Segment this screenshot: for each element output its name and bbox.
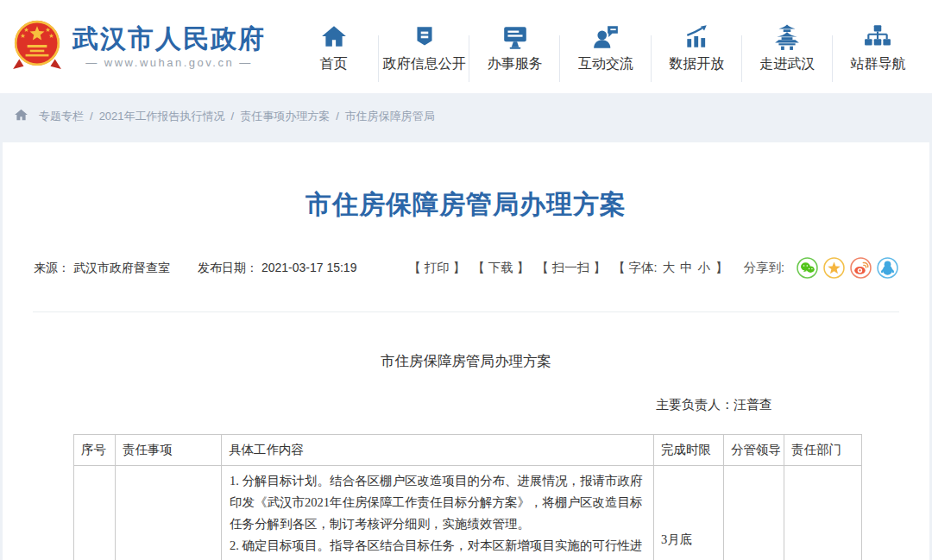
interaction-icon bbox=[560, 23, 651, 51]
responsible-person-name: 汪普查 bbox=[734, 398, 772, 412]
nav-item-services[interactable]: 办事服务 bbox=[469, 20, 560, 73]
wuhan-tower-icon bbox=[742, 23, 833, 51]
meta-divider bbox=[33, 311, 899, 312]
main-nav: 首页 政府信息公开 办事服务 互动交流 数据开放 bbox=[288, 0, 923, 93]
qzone-share-icon[interactable] bbox=[823, 257, 845, 279]
font-size-medium-button[interactable]: 中 bbox=[680, 260, 693, 276]
nav-item-data-open[interactable]: 数据开放 bbox=[652, 20, 742, 73]
weibo-share-icon[interactable] bbox=[850, 257, 872, 279]
nav-item-info-disclosure[interactable]: 政府信息公开 bbox=[379, 20, 469, 73]
font-size-large-button[interactable]: 大 bbox=[662, 260, 675, 276]
cell-department bbox=[784, 466, 862, 560]
cell-deadline: 3月底 bbox=[654, 466, 724, 560]
duty-table-header-row: 序号 责任事项 具体工作内容 完成时限 分管领导 责任部门 bbox=[74, 435, 862, 466]
svg-text:★: ★ bbox=[20, 32, 25, 40]
site-logo[interactable]: ★ ★ ★ ★ 武汉市人民政府 — www.wuhan.gov.cn — bbox=[10, 18, 288, 75]
national-emblem-icon: ★ ★ ★ ★ bbox=[10, 18, 64, 75]
article-toolbar: 【 打印 】 【 下载 】 【 扫一扫 】 【 字体: 大 中 小 】 分享到: bbox=[401, 257, 898, 279]
site-name: 武汉市人民政府 bbox=[72, 24, 266, 53]
cell-work-content: 1. 分解目标计划。结合各区棚户区改造项目的分布、进展情况，报请市政府印发《武汉… bbox=[222, 466, 654, 560]
font-size-prefix: 【 字体: bbox=[613, 260, 658, 276]
breadcrumb-item-current: 市住房保障房管局 bbox=[345, 109, 435, 124]
font-size-suffix: 】 bbox=[715, 260, 728, 276]
work-content-paragraph: 1. 分解目标计划。结合各区棚户区改造项目的分布、进展情况，报请市政府印发《武汉… bbox=[230, 470, 645, 535]
breadcrumb-separator: / bbox=[231, 110, 235, 123]
source-value: 武汉市政府督查室 bbox=[73, 261, 170, 274]
col-header-work-content: 具体工作内容 bbox=[222, 435, 654, 466]
article-meta-left: 来源：武汉市政府督查室 发布日期：2021-03-17 15:19 bbox=[34, 261, 360, 276]
date-value: 2021-03-17 15:19 bbox=[261, 261, 357, 274]
content-card: 市住房保障房管局办理方案 来源：武汉市政府督查室 发布日期：2021-03-17… bbox=[3, 142, 929, 560]
info-disclosure-icon bbox=[379, 23, 469, 51]
breadcrumb: 专题专栏 / 2021年工作报告执行情况 / 责任事项办理方案 / 市住房保障房… bbox=[0, 93, 932, 139]
page-title: 市住房保障房管局办理方案 bbox=[3, 142, 929, 223]
site-header: ★ ★ ★ ★ 武汉市人民政府 — www.wuhan.gov.cn — 首页 bbox=[0, 0, 932, 93]
breadcrumb-separator: / bbox=[90, 110, 93, 123]
services-icon bbox=[469, 23, 560, 51]
cell-leader bbox=[724, 466, 784, 560]
data-open-icon bbox=[652, 23, 742, 51]
duty-table-row: 1. 分解目标计划。结合各区棚户区改造项目的分布、进展情况，报请市政府印发《武汉… bbox=[74, 466, 862, 560]
article-meta-row: 来源：武汉市政府督查室 发布日期：2021-03-17 15:19 【 打印 】… bbox=[34, 257, 898, 279]
qq-share-icon[interactable] bbox=[877, 257, 898, 279]
col-header-deadline: 完成时限 bbox=[654, 435, 724, 466]
site-url: — www.wuhan.gov.cn — bbox=[85, 56, 253, 69]
date-label: 发布日期： bbox=[198, 261, 258, 274]
cell-duty-item bbox=[116, 466, 222, 560]
breadcrumb-separator: / bbox=[336, 110, 339, 123]
scan-qr-button[interactable]: 【 扫一扫 】 bbox=[536, 260, 606, 276]
col-header-department: 责任部门 bbox=[784, 435, 862, 466]
cell-seq bbox=[74, 466, 116, 560]
wechat-share-icon[interactable] bbox=[797, 257, 818, 279]
sitemap-icon bbox=[833, 23, 923, 51]
print-button[interactable]: 【 打印 】 bbox=[408, 260, 465, 276]
col-header-leader: 分管领导 bbox=[724, 435, 784, 466]
breadcrumb-item-2021-report[interactable]: 2021年工作报告执行情况 bbox=[99, 109, 225, 124]
responsible-person-label: 主要负责人： bbox=[656, 398, 734, 412]
svg-text:★: ★ bbox=[48, 32, 54, 40]
font-size-small-button[interactable]: 小 bbox=[697, 260, 710, 276]
nav-item-interaction[interactable]: 互动交流 bbox=[560, 20, 651, 73]
breadcrumb-item-duty-plans[interactable]: 责任事项办理方案 bbox=[240, 109, 330, 124]
nav-item-home[interactable]: 首页 bbox=[288, 20, 379, 73]
nav-item-about-wuhan[interactable]: 走进武汉 bbox=[742, 20, 833, 73]
home-icon bbox=[288, 23, 379, 51]
work-content-paragraph: 2. 确定目标项目。指导各区结合目标任务，对本区新增项目实施的可行性进行评估，确… bbox=[230, 535, 645, 560]
source-label: 来源： bbox=[34, 261, 70, 274]
col-header-duty-item: 责任事项 bbox=[116, 435, 222, 466]
share-label: 分享到: bbox=[743, 260, 784, 276]
responsible-person-line: 主要负责人：汪普查 bbox=[3, 397, 929, 413]
article-body: 市住房保障房管局办理方案 主要负责人：汪普查 序号 责任事项 具体工作内容 完成… bbox=[3, 352, 929, 560]
breadcrumb-home-icon[interactable] bbox=[14, 108, 39, 125]
nav-item-site-navigation[interactable]: 站群导航 bbox=[833, 20, 923, 73]
document-title: 市住房保障房管局办理方案 bbox=[3, 352, 929, 371]
download-button[interactable]: 【 下载 】 bbox=[472, 260, 529, 276]
breadcrumb-item-special-column[interactable]: 专题专栏 bbox=[39, 109, 84, 124]
col-header-seq: 序号 bbox=[74, 435, 116, 466]
duty-table: 序号 责任事项 具体工作内容 完成时限 分管领导 责任部门 1. 分解目标计划。… bbox=[73, 434, 862, 560]
